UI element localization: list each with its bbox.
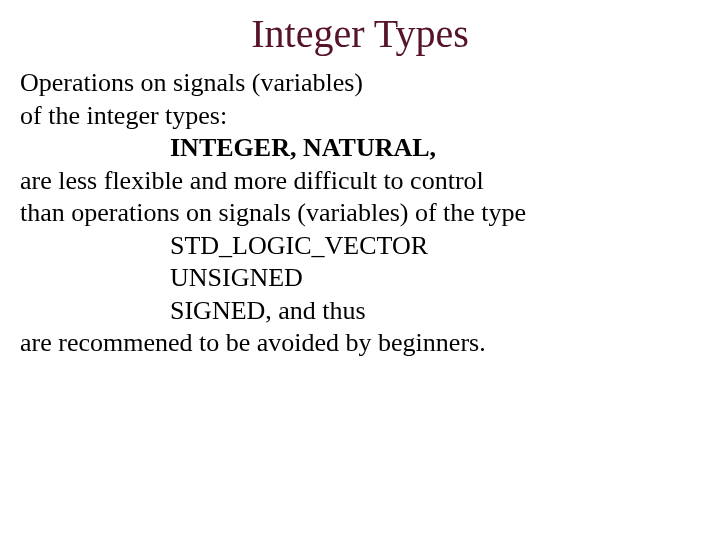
body-line-5: than operations on signals (variables) o… (20, 197, 700, 230)
body-line-3: INTEGER, NATURAL, (20, 132, 700, 165)
body-line-4: are less flexible and more difficult to … (20, 165, 700, 198)
body-line-6: STD_LOGIC_VECTOR (20, 230, 700, 263)
slide-body: Operations on signals (variables) of the… (0, 57, 720, 360)
body-line-9: are recommened to be avoided by beginner… (20, 327, 700, 360)
slide: Integer Types Operations on signals (var… (0, 0, 720, 540)
body-line-1: Operations on signals (variables) (20, 67, 700, 100)
body-line-2: of the integer types: (20, 100, 700, 133)
slide-title: Integer Types (0, 0, 720, 57)
body-line-8: SIGNED, and thus (20, 295, 700, 328)
body-line-7: UNSIGNED (20, 262, 700, 295)
